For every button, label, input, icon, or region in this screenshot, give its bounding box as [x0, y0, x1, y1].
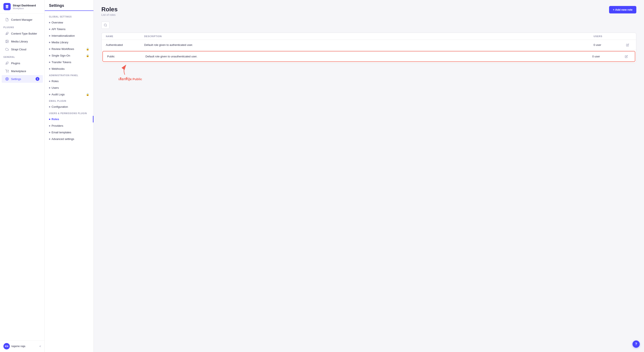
cloud-icon	[5, 47, 9, 51]
app-subtitle: Workplace	[13, 7, 36, 10]
sidebar: Strapi Dashboard Workplace Content Manag…	[0, 0, 45, 352]
cart-icon	[5, 69, 9, 73]
sidebar-section-plugins: PLUGINS	[0, 24, 44, 30]
col-header-name: NAME	[106, 35, 144, 38]
pencil-icon	[626, 44, 629, 47]
strapi-icon	[5, 5, 9, 9]
svg-point-3	[6, 41, 7, 41]
sidebar-item-plugins[interactable]: Plugins	[2, 59, 43, 67]
main-content: Roles List of roles + Add new role NAME …	[94, 0, 644, 352]
sidebar-item-content-type-builder[interactable]: Content-Type Builder	[2, 30, 43, 37]
lock-icon: 🔒	[86, 54, 89, 57]
settings-nav-roles-up[interactable]: Roles	[45, 116, 94, 122]
col-header-actions	[623, 35, 632, 38]
help-button[interactable]: ?	[632, 340, 640, 348]
settings-nav-email-templates[interactable]: Email templates	[45, 129, 94, 136]
table-row-authenticated: Authenticated Default role given to auth…	[102, 40, 636, 50]
gear-icon	[5, 77, 9, 81]
settings-nav-overview[interactable]: Overview	[45, 19, 94, 26]
settings-section-admin: ADMINISTRATION PANEL	[45, 72, 94, 78]
role-users-authenticated: 0 user	[594, 43, 623, 47]
settings-nav-users[interactable]: Users	[45, 84, 94, 91]
sidebar-label: Settings	[11, 77, 21, 81]
sidebar-label: Media Library	[11, 40, 28, 43]
search-icon	[104, 24, 107, 27]
add-new-role-button[interactable]: + Add new role	[609, 6, 636, 14]
collapse-sidebar-button[interactable]: <	[40, 344, 41, 348]
file-icon	[5, 18, 9, 22]
settings-section-email: EMAIL PLUGIN	[45, 98, 94, 103]
sidebar-label: Content Manager	[11, 18, 32, 21]
settings-nav-roles[interactable]: Roles	[45, 78, 94, 84]
role-description-public: Default role given to unauthenticated us…	[146, 55, 592, 58]
sidebar-item-marketplace[interactable]: Marketplace	[2, 67, 43, 75]
page-title: Roles	[101, 6, 118, 13]
puzzle-icon2	[5, 61, 9, 65]
page-subtitle: List of roles	[101, 13, 118, 17]
edit-authenticated-button[interactable]	[623, 44, 632, 47]
svg-point-6	[8, 72, 8, 72]
settings-nav-api-tokens[interactable]: API Tokens	[45, 26, 94, 33]
settings-panel: Settings GLOBAL SETTINGS Overview API To…	[45, 0, 94, 352]
svg-line-9	[106, 26, 107, 27]
pencil-icon	[625, 55, 628, 58]
settings-nav-configuration[interactable]: Configuration	[45, 103, 94, 110]
settings-nav-webhooks[interactable]: Webhooks	[45, 66, 94, 72]
role-users-public: 0 user	[592, 55, 622, 58]
page-title-group: Roles List of roles	[101, 6, 118, 17]
sidebar-label: Plugins	[11, 62, 20, 65]
settings-badge: 1	[36, 77, 40, 81]
roles-table: NAME DESCRIPTION USERS Authenticated Def…	[101, 33, 636, 63]
settings-nav-internationalization[interactable]: Internationalization	[45, 33, 94, 39]
sidebar-item-content-manager[interactable]: Content Manager	[2, 16, 43, 24]
app-name: Strapi Dashboard	[13, 4, 36, 7]
user-avatar: KN	[4, 343, 10, 349]
settings-nav-providers[interactable]: Providers	[45, 122, 94, 129]
page-header: Roles List of roles + Add new role	[101, 6, 636, 17]
svg-point-7	[6, 79, 8, 79]
col-header-users: USERS	[594, 35, 623, 38]
annotation: เลือกที่ปุ่ม Public	[118, 63, 644, 82]
user-name: kajame naja	[12, 345, 38, 348]
settings-nav-transfer-tokens[interactable]: Transfer Tokens	[45, 59, 94, 66]
role-description-authenticated: Default role given to authenticated user…	[144, 43, 594, 47]
sidebar-nav: Content Manager PLUGINS Content-Type Bui…	[0, 14, 44, 340]
annotation-arrow-svg	[118, 63, 131, 76]
edit-public-button[interactable]	[622, 55, 630, 58]
settings-nav-single-sign-on[interactable]: Single Sign-On🔒	[45, 52, 94, 59]
table-header: NAME DESCRIPTION USERS	[102, 33, 636, 40]
sidebar-header: Strapi Dashboard Workplace	[0, 0, 44, 14]
settings-section-users-permissions: USERS & PERMISSIONS PLUGIN	[45, 110, 94, 116]
app-title-group: Strapi Dashboard Workplace	[13, 4, 36, 10]
sidebar-label: Marketplace	[11, 70, 26, 73]
settings-nav-advanced-settings[interactable]: Advanced settings	[45, 136, 94, 142]
puzzle-icon	[5, 32, 9, 35]
settings-panel-title: Settings	[45, 4, 94, 11]
sidebar-section-general: GENERAL	[0, 53, 44, 59]
annotation-text: เลือกที่ปุ่ม Public	[118, 77, 142, 82]
sidebar-label: Content-Type Builder	[11, 32, 37, 35]
svg-point-8	[104, 24, 106, 26]
role-name-authenticated: Authenticated	[106, 43, 144, 47]
search-button[interactable]	[101, 22, 110, 29]
app-logo	[4, 3, 11, 10]
lock-icon: 🔒	[86, 93, 89, 96]
sidebar-label: Strapi Cloud	[11, 48, 26, 51]
lock-icon: 🔒	[86, 48, 89, 51]
settings-section-global: GLOBAL SETTINGS	[45, 14, 94, 19]
role-name-public: Public	[107, 55, 146, 58]
image-icon	[5, 40, 9, 43]
sidebar-item-media-library[interactable]: Media Library	[2, 38, 43, 45]
settings-nav-review-workflows[interactable]: Review Workflows🔒	[45, 46, 94, 52]
settings-nav-media-library[interactable]: Media Library	[45, 39, 94, 46]
col-header-description: DESCRIPTION	[144, 35, 594, 38]
sidebar-item-settings[interactable]: Settings 1	[2, 75, 43, 83]
sidebar-footer: KN kajame naja <	[0, 340, 44, 352]
settings-nav-audit-logs[interactable]: Audit Logs🔒	[45, 91, 94, 98]
table-row-public[interactable]: Public Default role given to unauthentic…	[102, 51, 635, 62]
sidebar-item-strapi-cloud[interactable]: Strapi Cloud	[2, 46, 43, 53]
search-bar	[101, 22, 636, 29]
